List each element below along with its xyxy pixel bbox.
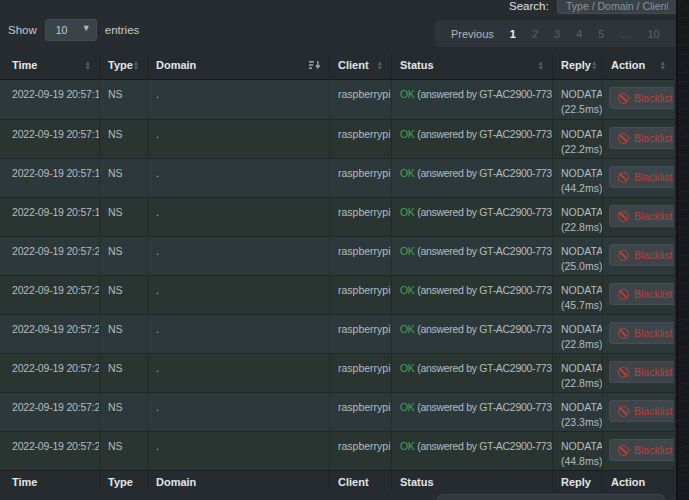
blacklist-button[interactable]: Blacklist xyxy=(609,439,674,461)
cell-domain: . xyxy=(148,237,330,275)
cell-status: OK (answered by GT-AC2900-7730#53) xyxy=(392,237,553,275)
column-header-action[interactable]: Action▲▼ xyxy=(603,51,674,79)
blacklist-button-label: Blacklist xyxy=(634,327,673,339)
column-header-label: Status xyxy=(400,59,434,71)
table-body: 2022-09-19 20:57:15 NS . raspberrypi OK … xyxy=(0,80,674,470)
cell-type: NS xyxy=(100,237,148,275)
cell-type: NS xyxy=(100,159,148,197)
cell-action: Blacklist xyxy=(603,315,674,353)
blacklist-button[interactable]: Blacklist xyxy=(609,127,674,149)
status-ok-text: OK xyxy=(400,245,417,257)
cell-status: OK (answered by GT-AC2900-7730#53) xyxy=(392,354,553,392)
blacklist-button[interactable]: Blacklist xyxy=(609,244,674,266)
footer-header-status: Status xyxy=(392,471,553,493)
table-row: 2022-09-19 20:57:27 NS . raspberrypi OK … xyxy=(0,392,674,431)
cell-status: OK (answered by GT-AC2900-7730#53) xyxy=(392,315,553,353)
cell-action: Blacklist xyxy=(603,159,674,197)
status-answer-text: (answered by GT-AC2900-7730#53) xyxy=(417,167,553,179)
pagination-page[interactable]: 2 xyxy=(524,28,546,40)
cell-domain: . xyxy=(148,354,330,392)
cell-status: OK (answered by GT-AC2900-7730#53) xyxy=(392,198,553,236)
pagination-pages: 12345…10 xyxy=(502,28,668,40)
blacklist-button[interactable]: Blacklist xyxy=(609,400,674,422)
column-header-status[interactable]: Status▲▼ xyxy=(392,51,553,79)
reply-type: NODATA xyxy=(561,323,603,335)
cell-time: 2022-09-19 20:57:24 xyxy=(0,315,100,353)
footer-header-reply: Reply xyxy=(553,471,603,493)
cell-status: OK (answered by GT-AC2900-7730#53) xyxy=(392,393,553,431)
cell-action: Blacklist xyxy=(603,198,674,236)
pagination-page[interactable]: … xyxy=(612,28,639,40)
blacklist-button[interactable]: Blacklist xyxy=(609,87,674,109)
cell-status: OK (answered by GT-AC2900-7730#53) xyxy=(392,120,553,158)
reply-type: NODATA xyxy=(561,206,603,218)
column-header-client[interactable]: Client▲▼ xyxy=(330,51,392,79)
cell-domain: . xyxy=(148,159,330,197)
reply-time: (25.0ms) xyxy=(561,260,602,272)
pagination-page[interactable]: 1 xyxy=(502,28,524,40)
reply-type: NODATA xyxy=(561,167,603,179)
blacklist-button[interactable]: Blacklist xyxy=(609,166,674,188)
ban-icon xyxy=(618,289,629,300)
reply-type: NODATA xyxy=(561,284,603,296)
cell-client: raspberrypi xyxy=(330,315,392,353)
ban-icon xyxy=(618,250,629,261)
column-header-label: Time xyxy=(12,59,37,71)
reply-time: (22.8ms) xyxy=(561,338,602,350)
reply-time: (22.8ms) xyxy=(561,377,602,389)
column-header-label: Type xyxy=(108,59,133,71)
footer-header-domain: Domain xyxy=(148,471,330,493)
show-label: Show xyxy=(8,24,37,36)
blacklist-button-label: Blacklist xyxy=(634,444,673,456)
cell-reply: NODATA (22.2ms) xyxy=(553,120,603,158)
ban-icon xyxy=(618,367,629,378)
cell-time: 2022-09-19 20:57:25 xyxy=(0,354,100,392)
pagination-page[interactable]: 4 xyxy=(568,28,590,40)
status-answer-text: (answered by GT-AC2900-7730#53) xyxy=(417,362,553,374)
cell-time: 2022-09-19 20:57:27 xyxy=(0,393,100,431)
cell-client: raspberrypi xyxy=(330,120,392,158)
cell-client: raspberrypi xyxy=(330,432,392,470)
cell-domain: . xyxy=(148,198,330,236)
reply-time: (22.5ms) xyxy=(561,103,602,115)
page-size-select[interactable]: 10 xyxy=(45,19,97,41)
cell-domain: . xyxy=(148,432,330,470)
reply-time: (45.7ms) xyxy=(561,299,602,311)
table-row: 2022-09-19 20:57:21 NS . raspberrypi OK … xyxy=(0,236,674,275)
footer-header-label: Domain xyxy=(156,476,196,488)
reply-type: NODATA xyxy=(561,128,603,140)
blacklist-button[interactable]: Blacklist xyxy=(609,283,674,305)
table-header: Time▲▼Type▲▼DomainClient▲▼Status▲▼Reply▲… xyxy=(0,51,674,80)
status-ok-text: OK xyxy=(400,206,417,218)
blacklist-button[interactable]: Blacklist xyxy=(609,205,674,227)
column-header-type[interactable]: Type▲▼ xyxy=(100,51,148,79)
cell-reply: NODATA (22.8ms) xyxy=(553,315,603,353)
cell-reply: NODATA (23.3ms) xyxy=(553,393,603,431)
sort-icon: ▲▼ xyxy=(591,60,597,70)
cell-client: raspberrypi xyxy=(330,393,392,431)
cell-time: 2022-09-19 20:57:15 xyxy=(0,80,100,119)
pagination-page[interactable]: 10 xyxy=(639,28,667,40)
status-answer-text: (answered by GT-AC2900-7730#53) xyxy=(417,128,553,140)
sort-icon: ▲▼ xyxy=(538,60,544,70)
cell-status: OK (answered by GT-AC2900-7730#53) xyxy=(392,276,553,314)
blacklist-button[interactable]: Blacklist xyxy=(609,361,674,383)
blacklist-button[interactable]: Blacklist xyxy=(609,322,674,344)
status-answer-text: (answered by GT-AC2900-7730#53) xyxy=(417,440,553,452)
reply-type: NODATA xyxy=(561,88,603,100)
cell-client: raspberrypi xyxy=(330,159,392,197)
cell-type: NS xyxy=(100,80,148,119)
pagination-page[interactable]: 5 xyxy=(590,28,612,40)
blacklist-button-label: Blacklist xyxy=(634,210,673,222)
column-header-domain[interactable]: Domain xyxy=(148,51,330,79)
column-header-label: Client xyxy=(338,59,369,71)
pagination-page[interactable]: 3 xyxy=(546,28,568,40)
search-input[interactable] xyxy=(557,0,677,14)
blacklist-button-label: Blacklist xyxy=(634,288,673,300)
column-header-reply[interactable]: Reply▲▼ xyxy=(553,51,603,79)
pagination-previous[interactable]: Previous xyxy=(441,28,502,40)
footer-header-label: Client xyxy=(338,476,369,488)
column-header-time[interactable]: Time▲▼ xyxy=(0,51,100,79)
cell-time: 2022-09-19 20:57:19 xyxy=(0,198,100,236)
cell-reply: NODATA (44.8ms) xyxy=(553,432,603,470)
